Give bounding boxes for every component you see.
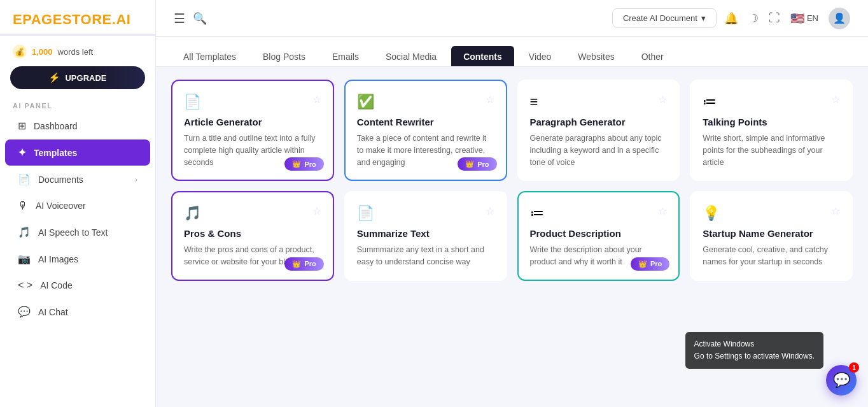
star-content-rewriter[interactable]: ☆ <box>486 94 494 106</box>
card-title-pros-cons: Pros & Cons <box>184 228 321 239</box>
card-summarize-text[interactable]: 📄 ☆ Summarize Text Summmarize any text i… <box>344 191 507 281</box>
sidebar-item-ai-images[interactable]: 📷 AI Images <box>5 246 150 272</box>
card-title-paragraph-generator: Paragraph Generator <box>530 117 668 127</box>
words-icon: 💰 <box>13 45 27 59</box>
card-startup-name-generator[interactable]: 💡 ☆ Startup Name Generator Generate cool… <box>690 191 853 281</box>
notification-icon[interactable]: 🔔 <box>724 11 738 25</box>
create-ai-document-button[interactable]: Create AI Document ▾ <box>612 8 717 28</box>
cards-area: 📄 ☆ Article Generator Turn a title and o… <box>156 67 868 407</box>
card-icon-row: ✅ ☆ <box>357 94 494 110</box>
card-icon-content-rewriter: ✅ <box>357 94 374 110</box>
chat-fab-button[interactable]: 💬 1 <box>826 365 857 396</box>
card-paragraph-generator[interactable]: ≡ ☆ Paragraph Generator Generate paragra… <box>517 80 680 181</box>
flag-icon: 🇺🇸 <box>790 11 804 25</box>
fullscreen-icon[interactable]: ⛶ <box>769 11 780 25</box>
card-talking-points[interactable]: ≔ ☆ Talking Points Write short, simple a… <box>690 80 853 181</box>
lang-label: EN <box>807 13 818 23</box>
menu-icon[interactable]: ☰ <box>174 11 185 26</box>
upgrade-button[interactable]: ⚡ UPGRADE <box>10 66 145 89</box>
card-title-summarize-text: Summarize Text <box>357 228 494 239</box>
card-icon-row: ≡ ☆ <box>530 94 668 110</box>
card-desc-talking-points: Write short, simple and informative poin… <box>703 132 840 168</box>
pro-badge-pros-cons: 👑Pro <box>284 257 323 271</box>
card-desc-startup-name-generator: Generate cool, creative, and catchy name… <box>703 244 840 268</box>
topbar: ☰ 🔍 Create AI Document ▾ 🔔 ☽ ⛶ 🇺🇸 EN 👤 <box>156 0 868 37</box>
star-pros-cons[interactable]: ☆ <box>312 205 321 217</box>
nav-icon-ai-speech: 🎵 <box>18 226 31 238</box>
pro-label: Pro <box>650 260 662 268</box>
crown-icon: 👑 <box>465 160 474 168</box>
pro-label: Pro <box>304 161 316 168</box>
sidebar-item-documents[interactable]: 📄 Documents › <box>5 166 150 192</box>
card-desc-paragraph-generator: Generate paragraphs about any topic incl… <box>530 132 668 168</box>
card-title-product-description: Product Description <box>530 228 668 239</box>
tab-websites[interactable]: Websites <box>566 46 626 67</box>
search-icon[interactable]: 🔍 <box>193 11 207 25</box>
logo-brand: EPAGESTORE <box>13 11 112 27</box>
sidebar: EPAGESTORE.AI 💰 1,000 words left ⚡ UPGRA… <box>0 0 156 407</box>
chat-icon: 💬 <box>833 372 850 389</box>
tab-blog[interactable]: Blog Posts <box>251 46 318 67</box>
tab-other[interactable]: Other <box>629 46 676 67</box>
nav-icon-templates: ✦ <box>18 146 26 159</box>
card-title-startup-name-generator: Startup Name Generator <box>703 228 840 239</box>
cards-grid: 📄 ☆ Article Generator Turn a title and o… <box>171 80 853 281</box>
nav-label-ai-speech: AI Speech to Text <box>38 227 108 238</box>
crown-icon: 👑 <box>292 260 301 268</box>
sidebar-item-ai-speech[interactable]: 🎵 AI Speech to Text <box>5 219 150 245</box>
upgrade-label: UPGRADE <box>65 73 106 83</box>
language-selector[interactable]: 🇺🇸 EN <box>790 11 818 25</box>
words-left-row: 💰 1,000 words left <box>0 36 155 62</box>
crown-icon: 👑 <box>292 160 301 168</box>
sidebar-item-ai-code[interactable]: < > AI Code <box>5 273 150 298</box>
card-pros-cons[interactable]: 🎵 ☆ Pros & Cons Write the pros and cons … <box>171 191 334 281</box>
star-paragraph-generator[interactable]: ☆ <box>658 94 667 106</box>
card-icon-paragraph-generator: ≡ <box>530 94 538 110</box>
star-talking-points[interactable]: ☆ <box>831 94 840 106</box>
nav-icon-ai-voiceover: 🎙 <box>18 200 28 211</box>
card-title-talking-points: Talking Points <box>703 117 840 127</box>
card-icon-row: 📄 ☆ <box>357 205 494 222</box>
nav-label-ai-code: AI Code <box>40 280 73 290</box>
create-btn-label: Create AI Document <box>623 13 697 23</box>
logo: EPAGESTORE.AI <box>0 0 155 36</box>
nav-label-ai-chat: AI Chat <box>38 307 68 317</box>
star-article-generator[interactable]: ☆ <box>312 94 321 106</box>
star-product-description[interactable]: ☆ <box>658 205 667 217</box>
nav-list: ⊞ Dashboard ✦ Templates 📄 Documents ›🎙 A… <box>0 112 155 325</box>
card-product-description[interactable]: ≔ ☆ Product Description Write the descri… <box>517 191 680 281</box>
tab-emails[interactable]: Emails <box>320 46 371 67</box>
sidebar-item-ai-voiceover[interactable]: 🎙 AI Voiceover <box>5 193 150 218</box>
tab-contents[interactable]: Contents <box>451 46 514 67</box>
star-summarize-text[interactable]: ☆ <box>486 205 494 217</box>
nav-label-ai-images: AI Images <box>38 254 78 264</box>
avatar[interactable]: 👤 <box>829 8 850 29</box>
theme-icon[interactable]: ☽ <box>748 11 759 25</box>
sidebar-item-ai-chat[interactable]: 💬 AI Chat <box>5 299 150 325</box>
ai-panel-label: AI PANEL <box>0 98 155 112</box>
card-icon-talking-points: ≔ <box>703 94 717 110</box>
logo-suffix: .AI <box>112 11 131 27</box>
pro-badge-product-description: 👑Pro <box>631 257 669 271</box>
card-article-generator[interactable]: 📄 ☆ Article Generator Turn a title and o… <box>171 80 334 181</box>
sidebar-item-dashboard[interactable]: ⊞ Dashboard <box>5 113 150 139</box>
card-icon-product-description: ≔ <box>530 205 544 222</box>
nav-label-documents: Documents <box>38 175 83 185</box>
card-icon-article-generator: 📄 <box>184 94 201 110</box>
nav-icon-ai-chat: 💬 <box>18 306 31 318</box>
nav-label-dashboard: Dashboard <box>34 121 78 131</box>
card-icon-row: 🎵 ☆ <box>184 205 321 222</box>
star-startup-name-generator[interactable]: ☆ <box>831 205 840 217</box>
nav-label-ai-voiceover: AI Voiceover <box>36 201 86 211</box>
nav-icon-documents: 📄 <box>18 173 31 185</box>
tab-all[interactable]: All Templates <box>171 46 248 67</box>
nav-icon-ai-images: 📷 <box>18 253 31 265</box>
sidebar-item-templates[interactable]: ✦ Templates <box>5 139 150 166</box>
pro-label: Pro <box>304 260 316 268</box>
bolt-icon: ⚡ <box>48 72 60 83</box>
tabs-bar: All TemplatesBlog PostsEmailsSocial Medi… <box>156 37 868 67</box>
tab-video[interactable]: Video <box>517 46 564 67</box>
card-content-rewriter[interactable]: ✅ ☆ Content Rewriter Take a piece of con… <box>344 80 507 181</box>
topbar-icons: 🔔 ☽ ⛶ 🇺🇸 EN 👤 <box>724 8 850 29</box>
tab-social[interactable]: Social Media <box>374 46 449 67</box>
